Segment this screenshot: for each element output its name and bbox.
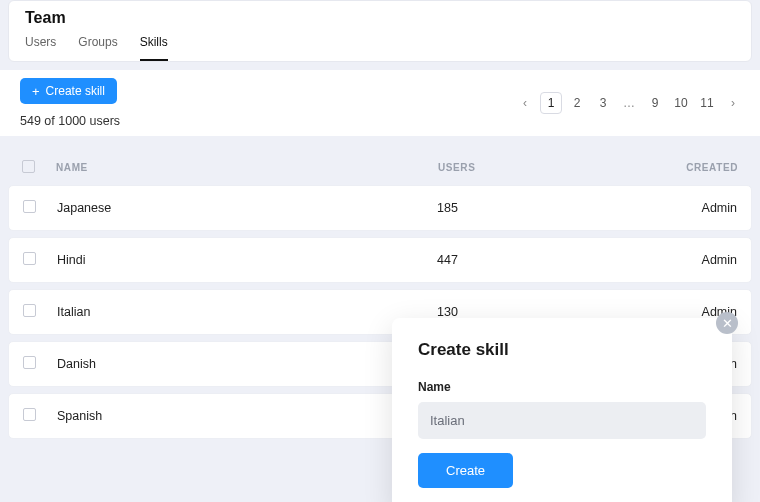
tab-users[interactable]: Users bbox=[25, 35, 56, 61]
row-name: Hindi bbox=[57, 253, 437, 267]
create-skill-modal: ✕ Create skill Name Create bbox=[392, 318, 732, 502]
pagination-page-10[interactable]: 10 bbox=[670, 92, 692, 114]
create-skill-button[interactable]: + Create skill bbox=[20, 78, 117, 104]
row-users: 185 bbox=[437, 201, 587, 215]
pagination: ‹ 1 2 3 … 9 10 11 › bbox=[514, 92, 744, 114]
plus-icon: + bbox=[32, 85, 40, 98]
tabs: Users Groups Skills bbox=[25, 35, 735, 61]
row-name: Italian bbox=[57, 305, 437, 319]
row-checkbox-cell bbox=[23, 356, 57, 372]
toolbar-left: + Create skill 549 of 1000 users bbox=[20, 78, 120, 128]
pagination-next[interactable]: › bbox=[722, 92, 744, 114]
row-checkbox[interactable] bbox=[23, 304, 36, 317]
row-name: Spanish bbox=[57, 409, 437, 423]
modal-create-button[interactable]: Create bbox=[418, 453, 513, 488]
pagination-page-2[interactable]: 2 bbox=[566, 92, 588, 114]
row-created: Admin bbox=[587, 201, 737, 215]
pagination-page-11[interactable]: 11 bbox=[696, 92, 718, 114]
header-card: Team Users Groups Skills bbox=[8, 0, 752, 62]
row-created: Admin bbox=[587, 253, 737, 267]
create-skill-label: Create skill bbox=[46, 84, 105, 98]
row-checkbox[interactable] bbox=[23, 356, 36, 369]
row-created: Admin bbox=[587, 305, 737, 319]
row-checkbox[interactable] bbox=[23, 252, 36, 265]
skill-name-input[interactable] bbox=[418, 402, 706, 439]
modal-title: Create skill bbox=[418, 340, 706, 360]
user-counter: 549 of 1000 users bbox=[20, 114, 120, 128]
column-header-name[interactable]: Name bbox=[56, 162, 438, 173]
name-field-label: Name bbox=[418, 380, 706, 394]
tab-groups[interactable]: Groups bbox=[78, 35, 117, 61]
table-row[interactable]: Hindi 447 Admin bbox=[8, 237, 752, 283]
row-users: 130 bbox=[437, 305, 587, 319]
table-row[interactable]: Japanese 185 Admin bbox=[8, 185, 752, 231]
row-name: Danish bbox=[57, 357, 437, 371]
row-name: Japanese bbox=[57, 201, 437, 215]
table-header: Name Users Created bbox=[8, 150, 752, 185]
toolbar: + Create skill 549 of 1000 users ‹ 1 2 3… bbox=[0, 70, 760, 136]
row-users: 447 bbox=[437, 253, 587, 267]
pagination-page-3[interactable]: 3 bbox=[592, 92, 614, 114]
row-checkbox-cell bbox=[23, 408, 57, 424]
row-checkbox-cell bbox=[23, 252, 57, 268]
pagination-prev[interactable]: ‹ bbox=[514, 92, 536, 114]
row-checkbox[interactable] bbox=[23, 200, 36, 213]
column-header-users[interactable]: Users bbox=[438, 162, 588, 173]
page-title: Team bbox=[25, 9, 735, 27]
pagination-page-9[interactable]: 9 bbox=[644, 92, 666, 114]
select-all-checkbox[interactable] bbox=[22, 160, 35, 173]
row-checkbox-cell bbox=[23, 304, 57, 320]
row-checkbox-cell bbox=[23, 200, 57, 216]
header-checkbox-cell bbox=[22, 160, 56, 175]
modal-close-button[interactable]: ✕ bbox=[716, 312, 738, 334]
pagination-ellipsis: … bbox=[618, 92, 640, 114]
tab-skills[interactable]: Skills bbox=[140, 35, 168, 61]
column-header-created[interactable]: Created bbox=[588, 162, 738, 173]
chevron-right-icon: › bbox=[731, 96, 735, 110]
pagination-page-1[interactable]: 1 bbox=[540, 92, 562, 114]
chevron-left-icon: ‹ bbox=[523, 96, 527, 110]
close-icon: ✕ bbox=[722, 317, 733, 330]
row-checkbox[interactable] bbox=[23, 408, 36, 421]
